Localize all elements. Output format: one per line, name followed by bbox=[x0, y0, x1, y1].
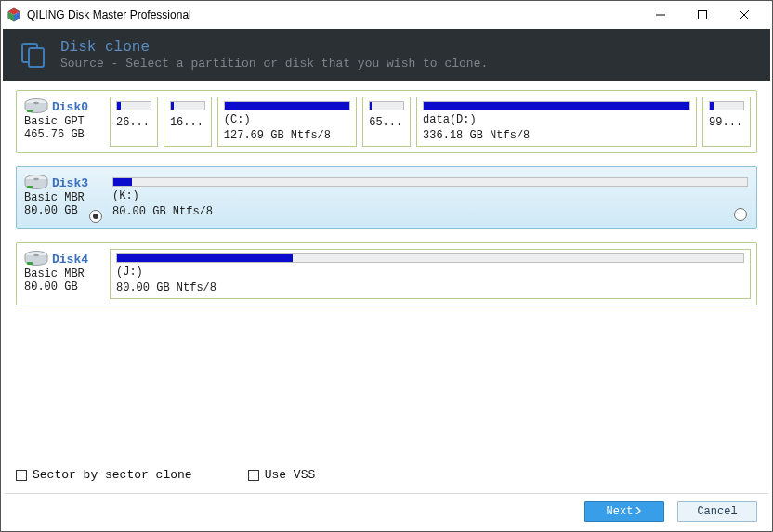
disk-icon bbox=[24, 175, 48, 191]
partition[interactable]: (K:) 80.00 GB Ntfs/8 bbox=[110, 173, 751, 223]
usage-bar bbox=[369, 101, 404, 110]
disk-type: Basic MBR bbox=[24, 191, 102, 204]
disk-size: 465.76 GB bbox=[24, 128, 102, 141]
partition-sub: 16... bbox=[170, 116, 205, 129]
disk-row[interactable]: Disk4 Basic MBR 80.00 GB (J:) 80.00 GB N… bbox=[16, 242, 757, 305]
disk-icon bbox=[24, 98, 48, 115]
page-header: Disk clone Source - Select a partition o… bbox=[3, 29, 770, 81]
partition[interactable]: 26... bbox=[110, 97, 158, 147]
disk-name: Disk4 bbox=[52, 253, 88, 266]
disk-row[interactable]: Disk0 Basic GPT 465.76 GB 26... 16... (C… bbox=[16, 90, 757, 153]
partition-sub: 65... bbox=[369, 116, 404, 129]
usage-bar bbox=[170, 101, 205, 110]
disk-row[interactable]: Disk3 Basic MBR 80.00 GB (K:) 80.00 GB N… bbox=[16, 166, 757, 229]
usage-bar bbox=[112, 177, 748, 187]
partition-label: (J:) bbox=[116, 266, 744, 279]
svg-point-17 bbox=[33, 254, 39, 256]
clone-icon bbox=[20, 41, 47, 69]
usage-bar bbox=[709, 101, 744, 110]
partition-sub: 80.00 GB Ntfs/8 bbox=[116, 281, 744, 294]
partition-sub: 336.18 GB Ntfs/8 bbox=[423, 129, 690, 142]
partition-sub: 26... bbox=[116, 116, 151, 129]
partition-radio[interactable] bbox=[734, 208, 747, 221]
cancel-button[interactable]: Cancel bbox=[677, 501, 757, 522]
chevron-right-icon bbox=[635, 505, 642, 518]
partition[interactable]: 99... bbox=[702, 97, 751, 147]
titlebar: QILING Disk Master Professional bbox=[1, 1, 772, 29]
minimize-button[interactable] bbox=[639, 1, 681, 29]
footer: Next Cancel bbox=[1, 494, 772, 531]
sector-clone-checkbox[interactable]: Sector by sector clone bbox=[16, 468, 192, 482]
next-button[interactable]: Next bbox=[584, 501, 664, 522]
disk-info: Disk3 Basic MBR 80.00 GB bbox=[17, 167, 108, 228]
disk-name: Disk0 bbox=[52, 100, 88, 114]
partition[interactable]: (C:) 127.69 GB Ntfs/8 bbox=[217, 97, 357, 147]
usage-bar bbox=[116, 101, 151, 110]
disk-icon bbox=[24, 251, 48, 267]
partition-label: data(D:) bbox=[423, 113, 690, 126]
partition-sub: 80.00 GB Ntfs/8 bbox=[112, 205, 748, 218]
usage-bar bbox=[423, 101, 690, 110]
disk-info: Disk4 Basic MBR 80.00 GB bbox=[17, 243, 108, 305]
partition-label: (K:) bbox=[112, 189, 748, 202]
cancel-label: Cancel bbox=[697, 505, 737, 518]
app-icon bbox=[7, 7, 21, 22]
partition-sub: 99... bbox=[709, 116, 744, 129]
maximize-button[interactable] bbox=[681, 1, 723, 29]
disk-type: Basic GPT bbox=[24, 115, 102, 128]
sector-clone-label: Sector by sector clone bbox=[33, 468, 192, 482]
usage-bar bbox=[224, 101, 350, 110]
disk-list: Disk0 Basic GPT 465.76 GB 26... 16... (C… bbox=[1, 90, 772, 305]
svg-point-11 bbox=[33, 102, 39, 104]
partition-sub: 127.69 GB Ntfs/8 bbox=[224, 129, 350, 142]
svg-rect-9 bbox=[29, 48, 44, 67]
partition-list: (J:) 80.00 GB Ntfs/8 bbox=[108, 243, 756, 305]
usage-bar bbox=[116, 253, 744, 263]
page-title: Disk clone bbox=[60, 39, 488, 57]
use-vss-label: Use VSS bbox=[265, 468, 316, 482]
partition[interactable]: data(D:) 336.18 GB Ntfs/8 bbox=[416, 97, 697, 147]
window-controls bbox=[639, 1, 765, 29]
svg-rect-18 bbox=[27, 262, 33, 265]
disk-size: 80.00 GB bbox=[24, 280, 102, 293]
partition[interactable]: 65... bbox=[362, 97, 411, 147]
close-button[interactable] bbox=[723, 1, 765, 29]
next-label: Next bbox=[607, 505, 634, 518]
svg-rect-5 bbox=[698, 11, 706, 19]
disk-name: Disk3 bbox=[52, 176, 88, 190]
checkbox-icon bbox=[16, 470, 27, 481]
use-vss-checkbox[interactable]: Use VSS bbox=[248, 468, 316, 482]
svg-rect-12 bbox=[27, 110, 33, 112]
app-title: QILING Disk Master Professional bbox=[27, 8, 639, 21]
page-subtitle: Source - Select a partition or disk that… bbox=[60, 57, 488, 71]
disk-radio[interactable] bbox=[89, 210, 102, 223]
partition-list: (K:) 80.00 GB Ntfs/8 bbox=[108, 167, 756, 228]
partition-label: (C:) bbox=[224, 113, 350, 126]
partition[interactable]: 16... bbox=[164, 97, 212, 147]
svg-rect-15 bbox=[27, 186, 33, 188]
options-row: Sector by sector clone Use VSS bbox=[1, 468, 772, 482]
disk-type: Basic MBR bbox=[24, 267, 102, 280]
disk-info: Disk0 Basic GPT 465.76 GB bbox=[17, 91, 108, 152]
partition-list: 26... 16... (C:) 127.69 GB Ntfs/8 65... … bbox=[108, 91, 756, 152]
checkbox-icon bbox=[248, 470, 259, 481]
partition[interactable]: (J:) 80.00 GB Ntfs/8 bbox=[110, 249, 751, 299]
svg-point-14 bbox=[33, 178, 39, 180]
